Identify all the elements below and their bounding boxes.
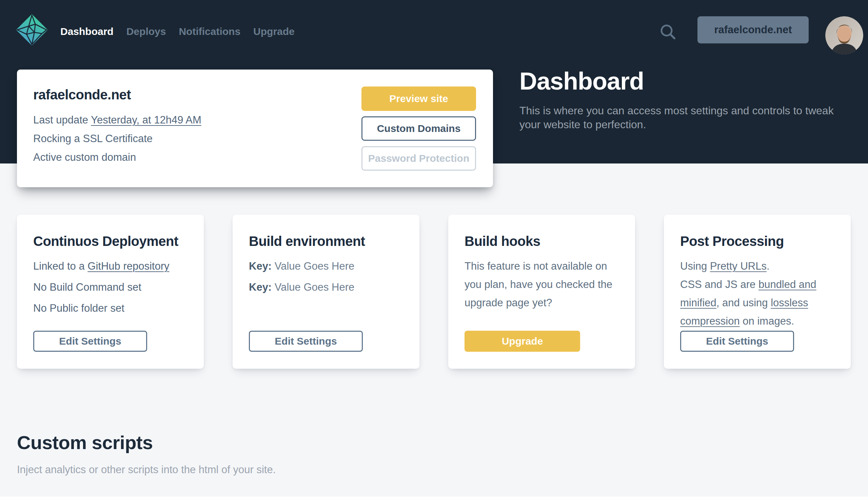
last-update-link[interactable]: Yesterday, at 12h49 AM	[91, 114, 202, 126]
env-var-row: Key: Value Goes Here	[249, 278, 403, 296]
public-folder-line: No Public folder set	[33, 299, 187, 317]
custom-scripts-subtitle: Inject analytics or other scripts into t…	[17, 464, 276, 476]
custom-scripts-panel-edge	[0, 496, 868, 502]
build-command-line: No Build Command set	[33, 278, 187, 296]
nav-item-upgrade[interactable]: Upgrade	[253, 26, 294, 37]
site-card-actions: Preview site Custom Domains Password Pro…	[361, 86, 476, 171]
card-title: Build environment	[249, 234, 403, 249]
pp-text: on images.	[740, 315, 794, 327]
pretty-urls-link[interactable]: Pretty URLs	[710, 260, 767, 272]
dashboard-page: Dashboard Deploys Notifications Upgrade …	[0, 0, 868, 502]
env-var-row: Key: Value Goes Here	[249, 257, 403, 275]
env-value: Value Goes Here	[271, 281, 354, 293]
linked-repo-line: Linked to a GitHub repository	[33, 257, 187, 275]
last-update-prefix: Last update	[33, 114, 91, 126]
card-title: Build hooks	[465, 234, 619, 249]
env-value: Value Goes Here	[271, 260, 354, 272]
site-selector-button[interactable]: rafaelconde.net	[698, 16, 809, 43]
nav-item-deploys[interactable]: Deploys	[126, 26, 166, 37]
pp-text: .	[767, 260, 770, 272]
edit-settings-button[interactable]: Edit Settings	[33, 331, 147, 352]
pp-text: CSS and JS are	[680, 278, 758, 290]
build-hooks-card: Build hooks This feature is not availabl…	[448, 215, 635, 369]
nav-item-dashboard[interactable]: Dashboard	[60, 26, 114, 37]
netlify-logo[interactable]	[16, 14, 48, 45]
custom-scripts-section: Custom scripts Inject analytics or other…	[17, 431, 276, 476]
env-key: Key:	[249, 281, 271, 293]
nav-item-notifications[interactable]: Notifications	[179, 26, 240, 37]
page-subtitle: This is where you can access most settin…	[519, 104, 835, 132]
post-processing-description: Using Pretty URLs. CSS and JS are bundle…	[680, 257, 835, 330]
user-portrait	[825, 16, 863, 54]
env-key: Key:	[249, 260, 271, 272]
edit-settings-button[interactable]: Edit Settings	[680, 331, 794, 352]
page-header: Dashboard This is where you can access m…	[519, 67, 845, 132]
github-repository-link[interactable]: GitHub repository	[87, 260, 169, 272]
search-icon[interactable]	[659, 22, 678, 41]
continuous-deployment-card: Continuos Deployment Linked to a GitHub …	[17, 215, 204, 369]
upgrade-button[interactable]: Upgrade	[465, 331, 580, 352]
build-environment-card: Build environment Key: Value Goes Here K…	[232, 215, 420, 369]
post-processing-card: Post Processing Using Pretty URLs. CSS a…	[664, 215, 851, 369]
pp-text: Using	[680, 260, 710, 272]
netlify-diamond-icon	[16, 14, 48, 45]
build-hooks-description: This feature is not available on you pla…	[465, 257, 619, 312]
card-title: Post Processing	[680, 234, 835, 249]
avatar[interactable]	[825, 16, 863, 54]
page-title: Dashboard	[519, 67, 845, 95]
pp-text: , and using	[716, 297, 771, 309]
primary-nav: Dashboard Deploys Notifications Upgrade	[60, 26, 294, 37]
linked-repo-prefix: Linked to a	[33, 260, 87, 272]
custom-scripts-title: Custom scripts	[17, 431, 276, 453]
custom-domains-button[interactable]: Custom Domains	[361, 116, 476, 141]
password-protection-button[interactable]: Password Protection	[361, 146, 476, 171]
site-summary-card: rafaelconde.net Last update Yesterday, a…	[17, 70, 493, 187]
card-title: Continuos Deployment	[33, 234, 187, 249]
edit-settings-button[interactable]: Edit Settings	[249, 331, 363, 352]
preview-site-button[interactable]: Preview site	[361, 86, 476, 111]
